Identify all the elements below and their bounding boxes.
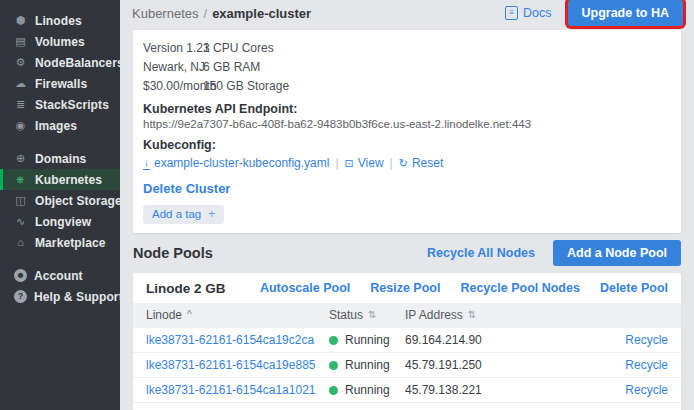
sidebar-item-longview[interactable]: ∿ Longview xyxy=(0,211,120,232)
sidebar-item-images[interactable]: ◉ Images xyxy=(0,115,120,136)
status-running-icon xyxy=(329,386,338,395)
kubeconfig-label: Kubeconfig: xyxy=(143,138,667,153)
node-pool-card: Linode 2 GB Autoscale Pool Resize Pool R… xyxy=(133,273,681,410)
node-status: Running xyxy=(329,333,405,347)
main-content: Kubernetes/example-cluster ≡ Docs Upgrad… xyxy=(120,0,694,410)
kubeconfig-separator: | xyxy=(335,155,338,172)
sort-icon: ⇅ xyxy=(468,310,476,320)
node-pools-title: Node Pools xyxy=(133,245,213,261)
delete-cluster-button[interactable]: Delete Cluster xyxy=(143,181,667,196)
pool-header: Linode 2 GB Autoscale Pool Resize Pool R… xyxy=(133,273,681,303)
images-icon: ◉ xyxy=(13,120,28,131)
sidebar-item-label: Kubernetes xyxy=(35,173,102,187)
recycle-pool-nodes-link[interactable]: Recycle Pool Nodes xyxy=(460,281,580,295)
nodebalancer-icon: ⚙ xyxy=(13,57,28,68)
topbar: Kubernetes/example-cluster ≡ Docs Upgrad… xyxy=(120,0,694,26)
sort-icon: ⇅ xyxy=(368,310,376,320)
node-link[interactable]: lke38731-62161-6154ca19e885 xyxy=(146,358,329,372)
sidebar-item-label: StackScripts xyxy=(35,98,109,112)
sidebar-item-stackscripts[interactable]: ≣ StackScripts xyxy=(0,94,120,115)
node-link[interactable]: lke38731-62161-6154ca1a1021 xyxy=(146,383,329,397)
cube-icon: ⬢ xyxy=(13,15,28,26)
breadcrumb-separator: / xyxy=(204,6,208,21)
download-icon: ↓ xyxy=(143,158,150,170)
sidebar-item-label: Object Storage xyxy=(35,194,122,208)
column-header-status[interactable]: Status ⇅ xyxy=(329,308,405,322)
bucket-icon: ◫ xyxy=(13,195,28,206)
column-header-ip-address[interactable]: IP Address ⇅ xyxy=(405,308,606,322)
breadcrumb-cluster-name: example-cluster xyxy=(212,6,311,21)
table-row: lke38731-62161-6154ca1a1021 Running 45.7… xyxy=(133,377,681,402)
kubeconfig-filename: example-cluster-kubeconfig.yaml xyxy=(154,155,329,172)
cluster-ram: 6 GB RAM xyxy=(203,58,667,77)
account-icon: ☻ xyxy=(14,269,27,282)
view-icon: ⊡ xyxy=(345,158,354,169)
kubeconfig-download-link[interactable]: ↓ example-cluster-kubeconfig.yaml xyxy=(143,155,329,172)
sidebar-item-label: Volumes xyxy=(35,35,85,49)
recycle-node-link[interactable]: Recycle xyxy=(625,383,668,397)
status-running-icon xyxy=(329,361,338,370)
help-icon: ? xyxy=(14,290,27,303)
sidebar-item-label: Domains xyxy=(35,152,86,166)
recycle-node-link[interactable]: Recycle xyxy=(625,358,668,372)
topbar-actions: ≡ Docs Upgrade to HA xyxy=(505,0,683,26)
sidebar-item-label: Marketplace xyxy=(35,236,105,250)
view-label: View xyxy=(358,155,384,172)
autoscale-pool-link[interactable]: Autoscale Pool xyxy=(260,281,350,295)
marketplace-icon: ⌂ xyxy=(13,237,28,248)
column-header-linode[interactable]: Linode ^ xyxy=(146,308,329,322)
cluster-storage: 150 GB Storage xyxy=(203,77,667,96)
sidebar-item-domains[interactable]: ⊕ Domains xyxy=(0,148,120,169)
upgrade-to-ha-button[interactable]: Upgrade to HA xyxy=(568,0,684,26)
sidebar-item-label: NodeBalancers xyxy=(35,56,124,70)
pool-id-footer: Pool ID 62161 xyxy=(133,402,681,410)
node-status: Running xyxy=(329,383,405,397)
pool-table-header: Linode ^ Status ⇅ IP Address ⇅ xyxy=(133,303,681,327)
sidebar-item-label: Images xyxy=(35,119,77,133)
firewall-icon: ☁ xyxy=(13,78,28,89)
table-row: lke38731-62161-6154ca19c2ca Running 69.1… xyxy=(133,327,681,352)
add-tag-button[interactable]: Add a tag + xyxy=(143,205,224,224)
breadcrumb: Kubernetes/example-cluster xyxy=(132,6,311,21)
recycle-node-link[interactable]: Recycle xyxy=(625,333,668,347)
node-pools-header: Node Pools Recycle All Nodes Add a Node … xyxy=(133,240,681,266)
breadcrumb-kubernetes-link[interactable]: Kubernetes xyxy=(132,6,199,21)
sidebar-item-linodes[interactable]: ⬢ Linodes xyxy=(0,10,120,31)
node-link[interactable]: lke38731-62161-6154ca19c2ca xyxy=(146,333,329,347)
sidebar-item-label: Account xyxy=(34,269,83,283)
sidebar-item-label: Help & Support xyxy=(34,290,123,304)
kubeconfig-reset-link[interactable]: ↻ Reset xyxy=(399,155,444,172)
sidebar-item-kubernetes[interactable]: ⎈ Kubernetes xyxy=(0,169,120,190)
kubeconfig-view-link[interactable]: ⊡ View xyxy=(345,155,384,172)
sidebar-item-nodebalancers[interactable]: ⚙ NodeBalancers xyxy=(0,52,120,73)
api-endpoint-value[interactable]: https://9e2a7307-b6ac-408f-ba62-9483b0b3… xyxy=(143,117,667,132)
add-tag-label: Add a tag xyxy=(152,208,201,220)
volumes-icon: ▤ xyxy=(13,36,28,47)
cluster-region: Newark, NJ xyxy=(143,58,203,77)
node-ip: 45.79.191.250 xyxy=(405,358,606,372)
sidebar-item-help-support[interactable]: ? Help & Support xyxy=(0,286,120,307)
recycle-all-nodes-link[interactable]: Recycle All Nodes xyxy=(427,246,535,260)
cluster-summary: Version 1.21 3 CPU Cores Newark, NJ 6 GB… xyxy=(143,39,667,96)
status-running-icon xyxy=(329,336,338,345)
api-endpoint-label: Kubernetes API Endpoint: xyxy=(143,102,667,117)
sidebar-item-volumes[interactable]: ▤ Volumes xyxy=(0,31,120,52)
sidebar-item-firewalls[interactable]: ☁ Firewalls xyxy=(0,73,120,94)
reset-label: Reset xyxy=(412,155,443,172)
resize-pool-link[interactable]: Resize Pool xyxy=(370,281,440,295)
pool-actions: Autoscale Pool Resize Pool Recycle Pool … xyxy=(260,281,668,295)
sidebar-item-marketplace[interactable]: ⌂ Marketplace xyxy=(0,232,120,253)
cluster-summary-card: Version 1.21 3 CPU Cores Newark, NJ 6 GB… xyxy=(133,30,681,233)
docs-link[interactable]: ≡ Docs xyxy=(505,6,551,20)
sidebar-item-account[interactable]: ☻ Account xyxy=(0,265,120,286)
delete-pool-link[interactable]: Delete Pool xyxy=(600,281,668,295)
add-node-pool-button[interactable]: Add a Node Pool xyxy=(553,240,681,266)
node-pools-actions: Recycle All Nodes Add a Node Pool xyxy=(427,240,681,266)
sidebar-item-label: Longview xyxy=(35,215,91,229)
kubeconfig-separator: | xyxy=(390,155,393,172)
kubeconfig-actions: ↓ example-cluster-kubeconfig.yaml | ⊡ Vi… xyxy=(143,155,667,172)
sidebar-item-object-storage[interactable]: ◫ Object Storage xyxy=(0,190,120,211)
sidebar-item-label: Firewalls xyxy=(35,77,87,91)
sidebar-item-label: Linodes xyxy=(35,14,82,28)
cluster-cpu: 3 CPU Cores xyxy=(203,39,667,58)
